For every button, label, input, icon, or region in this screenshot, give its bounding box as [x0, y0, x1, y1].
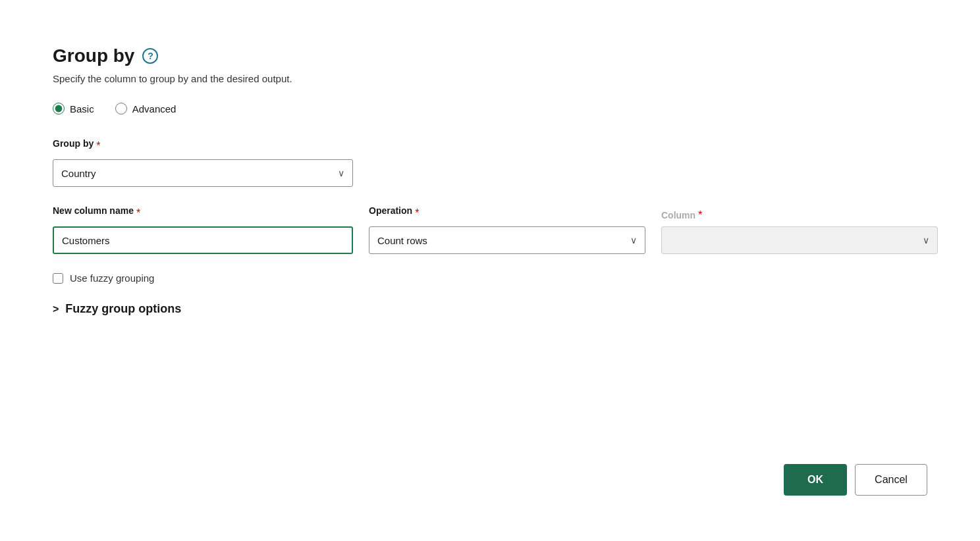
column-dropdown[interactable]: ∨ — [661, 226, 938, 254]
fuzzy-checkbox-row: Use fuzzy grouping — [53, 272, 927, 284]
radio-advanced[interactable] — [115, 103, 127, 115]
operation-value: Count rows — [377, 235, 427, 246]
group-by-label: Group by — [53, 138, 94, 149]
radio-basic[interactable] — [53, 103, 65, 115]
dialog-subtitle: Specify the column to group by and the d… — [53, 73, 927, 84]
group-by-dialog: Group by ? Specify the column to group b… — [16, 14, 964, 527]
dialog-title: Group by — [53, 45, 134, 66]
radio-group: Basic Advanced — [53, 103, 927, 115]
operation-field: Operation * Count rows ∨ — [369, 205, 645, 254]
new-column-required: * — [136, 207, 140, 219]
fuzzy-expand-icon[interactable]: > — [53, 303, 59, 315]
help-icon[interactable]: ? — [142, 48, 158, 64]
fuzzy-checkbox-label[interactable]: Use fuzzy grouping — [70, 272, 154, 284]
group-by-section: Group by * Country ∨ — [53, 138, 927, 187]
ok-button[interactable]: OK — [784, 464, 847, 496]
radio-advanced-text: Advanced — [132, 103, 177, 115]
column-label-row: Column * — [661, 209, 938, 221]
column-field: Column * ∨ — [661, 209, 938, 254]
group-by-required: * — [96, 140, 100, 152]
group-by-value: Country — [61, 168, 96, 179]
column-label: Column — [661, 210, 695, 220]
cancel-button[interactable]: Cancel — [855, 464, 927, 496]
fuzzy-group-title[interactable]: Fuzzy group options — [65, 302, 181, 316]
group-by-chevron-icon: ∨ — [338, 168, 344, 178]
column-chevron-icon: ∨ — [923, 235, 929, 245]
operation-label-row: Operation * — [369, 205, 645, 221]
group-by-label-row: Group by * — [53, 138, 927, 154]
new-column-label-row: New column name * — [53, 205, 353, 221]
operation-label: Operation — [369, 205, 412, 216]
new-column-name-field: New column name * — [53, 205, 353, 254]
fuzzy-checkbox[interactable] — [53, 273, 63, 284]
radio-advanced-label[interactable]: Advanced — [115, 103, 177, 115]
radio-basic-text: Basic — [70, 103, 94, 115]
operation-dropdown[interactable]: Count rows ∨ — [369, 226, 645, 254]
group-by-dropdown[interactable]: Country ∨ — [53, 159, 353, 187]
title-row: Group by ? — [53, 45, 927, 66]
buttons-row: OK Cancel — [784, 464, 927, 496]
column-required: * — [698, 209, 702, 221]
new-column-input[interactable] — [53, 226, 353, 254]
operation-chevron-icon: ∨ — [630, 235, 637, 245]
fuzzy-group-section: > Fuzzy group options — [53, 302, 927, 316]
operation-required: * — [415, 207, 419, 219]
columns-row: New column name * Operation * Count rows… — [53, 205, 927, 254]
new-column-label: New column name — [53, 205, 134, 216]
radio-basic-label[interactable]: Basic — [53, 103, 94, 115]
